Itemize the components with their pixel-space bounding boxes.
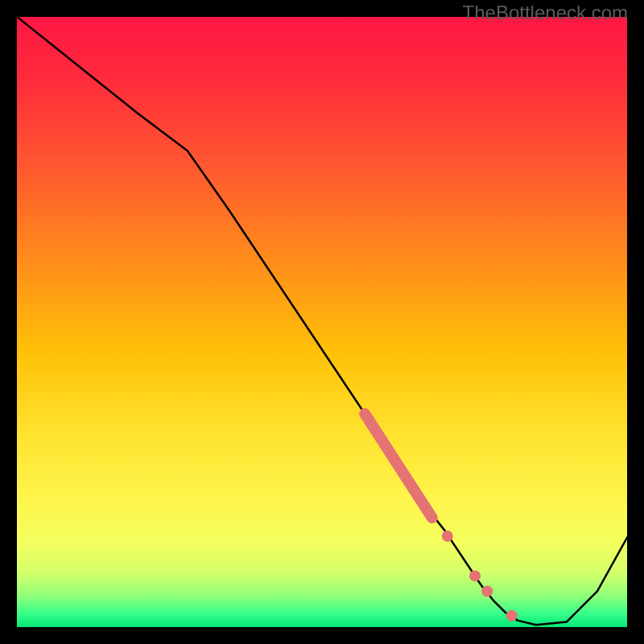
highlight-dot bbox=[506, 610, 518, 621]
highlight-dot bbox=[469, 570, 481, 581]
highlight-dot bbox=[442, 530, 453, 542]
chart-svg bbox=[16, 16, 628, 628]
chart-area bbox=[16, 16, 628, 628]
watermark-text: TheBottleneck.com bbox=[463, 2, 628, 24]
chart-background bbox=[16, 16, 628, 628]
highlight-dot bbox=[481, 585, 493, 597]
